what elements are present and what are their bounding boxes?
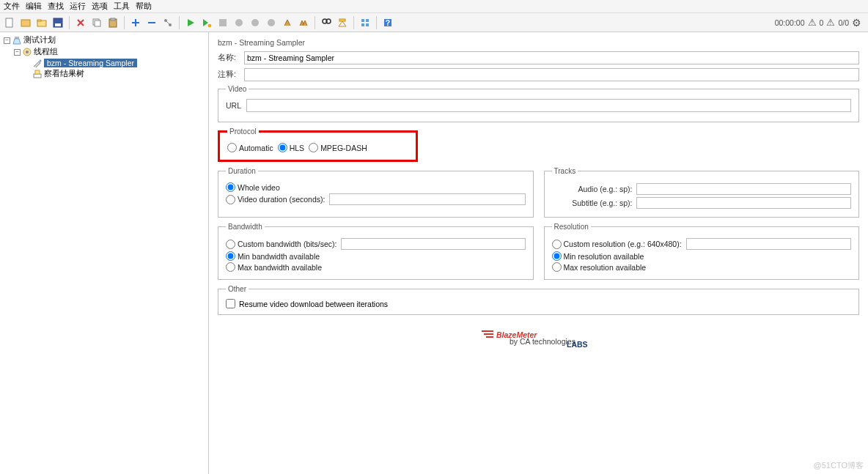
tree-toggle-icon[interactable]: − <box>14 49 21 56</box>
tree-sampler-label: bzm - Streaming Sampler <box>44 59 137 67</box>
toolbar-separator <box>124 16 125 29</box>
expand-icon[interactable] <box>128 15 143 30</box>
svg-marker-26 <box>339 21 346 26</box>
reset-search-icon[interactable] <box>335 15 350 30</box>
open-icon[interactable] <box>34 15 49 30</box>
resolution-legend: Resolution <box>552 223 591 231</box>
remote-start-icon[interactable] <box>248 15 262 30</box>
tree-toggle-icon[interactable]: − <box>4 37 10 44</box>
video-legend: Video <box>226 85 249 93</box>
other-fieldset: Other Resume video download between iter… <box>218 285 859 315</box>
url-label: URL <box>226 101 243 110</box>
bandwidth-legend: Bandwidth <box>226 223 265 231</box>
tree-sampler[interactable]: bzm - Streaming Sampler <box>24 58 206 68</box>
bandwidth-fieldset: Bandwidth Custom bandwidth (bits/sec): M… <box>218 223 534 280</box>
svg-rect-1 <box>21 20 30 26</box>
svg-rect-19 <box>219 19 227 26</box>
track-subtitle-input[interactable] <box>636 197 852 209</box>
toolbar-separator <box>315 16 315 29</box>
tree-results[interactable]: 察看结果树 <box>24 68 206 80</box>
menu-options[interactable]: 选项 <box>92 1 108 11</box>
tree-thread-group[interactable]: − 线程组 <box>14 46 206 58</box>
duration-whole[interactable]: Whole video <box>226 182 280 192</box>
toolbar-separator <box>353 16 354 29</box>
beaker-icon <box>12 36 21 45</box>
stop-icon[interactable] <box>216 15 230 30</box>
name-input[interactable] <box>244 51 859 64</box>
gear-icon[interactable]: ⚙ <box>852 17 861 29</box>
start-no-pause-icon[interactable] <box>199 15 214 30</box>
cut-icon[interactable] <box>73 15 88 30</box>
track-audio-input[interactable] <box>636 183 852 195</box>
toolbar-separator <box>69 16 70 29</box>
track-audio-label: Audio (e.g.: sp): <box>552 185 633 193</box>
function-helper-icon[interactable] <box>358 15 372 30</box>
video-fieldset: Video URL <box>218 85 859 122</box>
url-input[interactable] <box>246 99 851 112</box>
duration-seconds-input[interactable] <box>329 193 525 205</box>
toggle-icon[interactable] <box>161 15 175 30</box>
thread-group-icon <box>23 48 32 56</box>
svg-point-22 <box>268 19 275 26</box>
resolution-fieldset: Resolution Custom resolution (e.g.: 640x… <box>544 223 860 280</box>
menu-help[interactable]: 帮助 <box>136 1 152 11</box>
new-icon[interactable] <box>2 15 17 30</box>
svg-marker-16 <box>188 19 194 26</box>
shutdown-icon[interactable] <box>232 15 246 30</box>
track-subtitle-label: Subtitle (e.g.: sp): <box>552 199 633 207</box>
svg-rect-39 <box>35 70 40 74</box>
bw-min[interactable]: Min bandwidth available <box>226 251 320 261</box>
clear-icon[interactable] <box>280 15 295 30</box>
logo-labs: LABS <box>567 340 588 349</box>
paste-icon[interactable] <box>106 15 120 30</box>
collapse-icon[interactable] <box>144 15 159 30</box>
menu-edit[interactable]: 编辑 <box>26 1 42 11</box>
resume-download[interactable]: Resume video download between iterations <box>226 299 851 308</box>
bw-max[interactable]: Max bandwidth available <box>226 262 322 272</box>
remote-stop-icon[interactable] <box>264 15 279 30</box>
svg-rect-30 <box>366 23 369 26</box>
menu-tools[interactable]: 工具 <box>114 1 130 11</box>
panel-title: bzm - Streaming Sampler <box>218 38 859 47</box>
svg-rect-3 <box>37 20 41 21</box>
warning-icon[interactable]: ⚠ <box>808 17 817 28</box>
start-icon[interactable] <box>183 15 198 30</box>
error-icon[interactable]: ⚠ <box>826 17 835 28</box>
protocol-automatic[interactable]: Automatic <box>227 143 273 152</box>
svg-line-15 <box>166 21 170 25</box>
templates-icon[interactable] <box>18 15 33 30</box>
protocol-mpeg[interactable]: MPEG-DASH <box>309 143 367 152</box>
watermark: @51CTO博客 <box>814 460 864 471</box>
duration-seconds[interactable]: Video duration (seconds): <box>226 195 325 204</box>
svg-point-36 <box>26 51 29 53</box>
clear-all-icon[interactable] <box>296 15 311 30</box>
help-icon[interactable]: ? <box>380 15 395 30</box>
save-icon[interactable] <box>51 15 65 30</box>
protocol-legend: Protocol <box>227 127 259 136</box>
search-icon[interactable] <box>319 15 334 30</box>
tree-root-label: 测试计划 <box>23 35 56 45</box>
comment-input[interactable] <box>244 68 859 81</box>
menu-find[interactable]: 查找 <box>48 1 64 11</box>
res-custom-input[interactable] <box>686 238 851 250</box>
tracks-legend: Tracks <box>552 167 578 175</box>
res-custom[interactable]: Custom resolution (e.g.: 640x480): <box>552 240 682 249</box>
copy-icon[interactable] <box>89 15 104 30</box>
bw-custom[interactable]: Custom bandwidth (bits/sec): <box>226 240 336 249</box>
blazemeter-logo: BlazeMeter by CA technologies LABS <box>218 325 859 352</box>
name-label: 名称: <box>218 53 241 63</box>
res-max[interactable]: Max resolution available <box>552 262 647 272</box>
svg-rect-38 <box>34 74 41 78</box>
sampler-icon <box>33 59 42 67</box>
tree-root[interactable]: − 测试计划 <box>4 34 206 46</box>
bw-custom-input[interactable] <box>341 238 525 250</box>
menu-run[interactable]: 运行 <box>70 1 86 11</box>
svg-rect-9 <box>111 18 115 21</box>
duration-legend: Duration <box>226 167 258 175</box>
menu-file[interactable]: 文件 <box>4 1 20 11</box>
protocol-hls[interactable]: HLS <box>278 143 304 152</box>
svg-text:?: ? <box>386 18 390 27</box>
res-min[interactable]: Min resolution available <box>552 251 644 261</box>
results-tree-icon <box>33 70 42 78</box>
toolbar-status: 00:00:00 ⚠ 0 ⚠ 0/0 ⚙ <box>775 17 866 29</box>
